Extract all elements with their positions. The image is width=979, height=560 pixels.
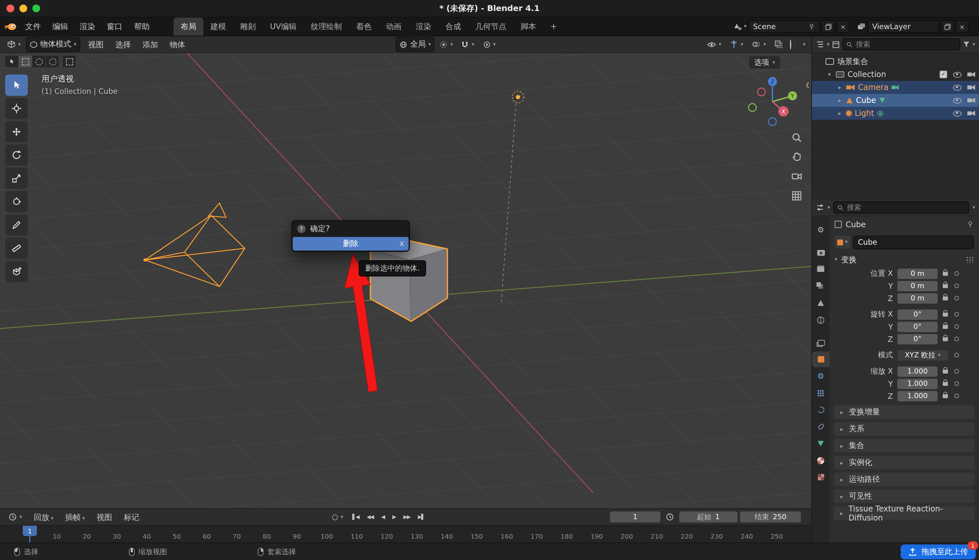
blender-logo-icon[interactable] <box>4 22 18 31</box>
animate-dot[interactable] <box>954 296 959 300</box>
outliner-row[interactable]: ▸Cube <box>812 94 979 107</box>
workspace-tab[interactable]: 着色 <box>349 17 379 36</box>
measure-tool[interactable] <box>5 238 28 259</box>
scene-tab[interactable] <box>812 295 829 311</box>
cube-object[interactable] <box>370 240 447 322</box>
value-field[interactable]: 1.000 <box>897 391 937 401</box>
outliner-search-input[interactable]: 搜索 <box>842 38 960 50</box>
neg-x-axis-ball[interactable] <box>757 88 766 96</box>
animate-dot[interactable] <box>954 369 959 373</box>
timeline-ruler[interactable]: 1 10203040506070809010011012013014015016… <box>0 525 811 543</box>
expand-chevron-icon[interactable]: ▾ <box>826 71 833 78</box>
overlays-dropdown[interactable]: ▾ <box>749 39 769 50</box>
current-frame-field[interactable]: 1 <box>610 512 660 522</box>
select-mode-lasso-button[interactable] <box>46 56 59 67</box>
rotate-tool[interactable] <box>5 144 28 166</box>
scale-tool[interactable] <box>5 168 28 189</box>
workspace-tab[interactable]: 几何节点 <box>468 17 514 36</box>
annotate-tool[interactable] <box>5 214 28 236</box>
next-keyframe-button[interactable]: ▶▶ <box>402 513 412 521</box>
mode-dropdown[interactable]: 物体模式 ▾ <box>26 37 80 52</box>
collapsed-section[interactable]: ▸集合 <box>834 439 974 453</box>
view-layer-tab[interactable] <box>812 278 829 294</box>
display-mode-icon[interactable] <box>832 40 840 48</box>
viewport-menu[interactable]: 物体 <box>164 35 191 53</box>
remove-viewlayer-button[interactable]: × <box>956 20 969 33</box>
workspace-tab[interactable]: 脚本 <box>514 17 543 36</box>
properties-editor-icon[interactable] <box>816 203 824 212</box>
options-dropdown[interactable]: 选项 ▾ <box>749 56 780 68</box>
collapsed-section[interactable]: ▸变换增量 <box>834 405 974 419</box>
add-workspace-button[interactable]: + <box>543 17 564 36</box>
hide-in-viewport-eye-icon[interactable] <box>953 110 962 116</box>
select-mode-circle-button[interactable] <box>32 56 45 67</box>
object-type-dropdown[interactable]: ▾ <box>835 236 850 248</box>
select-mode-box-button[interactable] <box>19 56 32 67</box>
topbar-menu[interactable]: 渲染 <box>74 17 101 36</box>
disable-in-renders-icon[interactable] <box>967 72 975 77</box>
add-cube-tool[interactable] <box>5 261 28 282</box>
workspace-tab[interactable]: 布局 <box>173 17 203 36</box>
topbar-menu[interactable]: 文件 <box>19 17 47 36</box>
lock-icon[interactable] <box>943 325 948 328</box>
expand-chevron-icon[interactable]: ▸ <box>837 110 843 117</box>
lock-icon[interactable] <box>943 296 948 300</box>
neg-z-axis-ball[interactable] <box>769 118 776 126</box>
transform-panel-header[interactable]: ▾ 变换 <box>829 252 979 267</box>
collapsed-section[interactable]: ▸运动路径 <box>834 473 974 486</box>
viewport-menu[interactable]: 选择 <box>109 35 137 53</box>
proportional-editing-toggle[interactable]: ▾ <box>479 39 499 50</box>
sidebar-collapse-arrow[interactable]: ❮ <box>805 82 810 88</box>
frame-end-field[interactable]: 结束 250 <box>740 512 801 522</box>
animate-dot[interactable] <box>954 337 959 341</box>
play-reverse-button[interactable]: ◀ <box>379 513 386 521</box>
filter-funnel-icon[interactable] <box>963 41 970 48</box>
scene-name-field[interactable]: Scene <box>749 20 820 33</box>
disable-in-renders-icon[interactable] <box>967 85 975 90</box>
zoom-icon[interactable] <box>791 132 802 143</box>
minimize-window-button[interactable] <box>19 5 27 12</box>
panel-grip-icon[interactable] <box>966 257 974 263</box>
lock-icon[interactable] <box>943 337 948 341</box>
current-frame-marker[interactable]: 1 <box>23 526 37 536</box>
workspace-tab[interactable]: 建模 <box>203 17 233 36</box>
value-field[interactable]: 0° <box>897 322 937 332</box>
camera-object[interactable] <box>143 203 245 287</box>
active-tool-tab[interactable] <box>812 222 829 238</box>
workspace-tab[interactable]: UV编辑 <box>263 17 304 36</box>
hide-in-viewport-eye-icon[interactable] <box>953 97 962 103</box>
filter-dropdown-icon[interactable]: ▾ <box>972 42 975 47</box>
workspace-tab[interactable]: 合成 <box>439 17 468 36</box>
timeline-menu[interactable]: 视图 <box>91 508 118 526</box>
value-field[interactable]: 1.000 <box>897 366 937 377</box>
value-field[interactable]: XYZ 欧拉▾ <box>897 350 948 360</box>
outliner-row[interactable]: ▸Camera <box>812 81 979 94</box>
physics-tab[interactable] <box>812 402 829 418</box>
viewport-menu[interactable]: 视图 <box>82 35 109 53</box>
object-data-tab[interactable] <box>812 436 829 451</box>
lock-icon[interactable] <box>943 369 948 373</box>
unlink-scene-button[interactable]: × <box>837 20 849 33</box>
animate-dot[interactable] <box>954 393 959 398</box>
delete-menu-item[interactable]: 删除 X <box>293 237 409 250</box>
select-mode-tweak-button[interactable] <box>5 56 18 67</box>
constraints-tab[interactable] <box>812 419 829 434</box>
pan-hand-icon[interactable] <box>791 152 802 162</box>
properties-options-icon[interactable]: ▾ <box>972 205 975 210</box>
disable-in-renders-icon[interactable] <box>967 111 975 116</box>
expand-chevron-icon[interactable]: ▸ <box>837 97 843 103</box>
modifiers-tab[interactable] <box>812 368 829 384</box>
value-field[interactable]: 0 m <box>897 281 937 291</box>
chevron-down-icon[interactable]: ▾ <box>827 205 830 210</box>
properties-search-input[interactable]: 搜索 <box>833 201 969 213</box>
xray-toggle[interactable] <box>771 39 786 50</box>
play-button[interactable]: ▶ <box>390 513 397 521</box>
collapsed-section[interactable]: ▸实例化 <box>834 456 974 469</box>
collapsed-section[interactable]: ▸Tissue Texture Reaction-Diffusion <box>834 506 974 520</box>
collection-tab[interactable] <box>812 335 829 350</box>
disable-in-renders-icon[interactable] <box>967 98 975 103</box>
zoom-window-button[interactable] <box>32 5 40 12</box>
gizmos-dropdown[interactable]: ▾ <box>727 39 747 50</box>
select-mode-extend-button[interactable] <box>63 56 76 67</box>
value-field[interactable]: 0 m <box>897 268 937 279</box>
